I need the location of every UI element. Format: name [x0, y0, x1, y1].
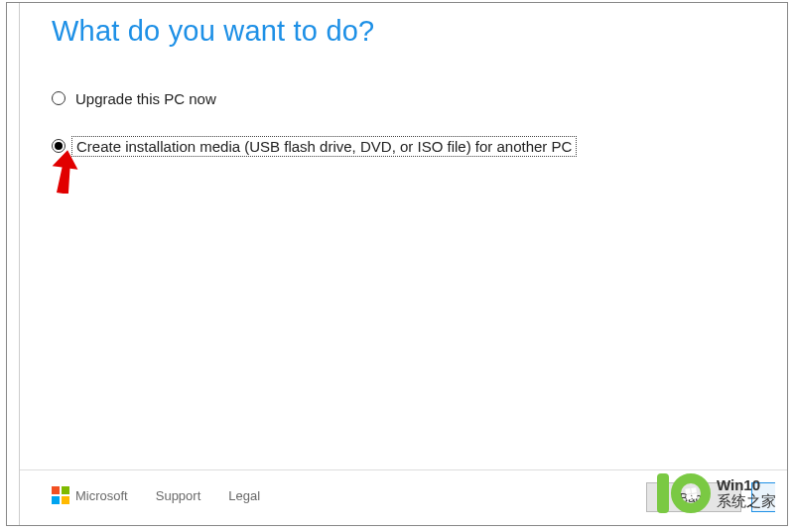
- radio-dot-icon: [55, 142, 63, 150]
- page-title: What do you want to do?: [52, 15, 374, 48]
- microsoft-logo: Microsoft: [52, 486, 128, 504]
- radio-icon: [52, 91, 66, 105]
- legal-link[interactable]: Legal: [228, 488, 260, 503]
- footer-right: Back: [646, 482, 775, 512]
- radio-icon-selected: [52, 139, 66, 153]
- footer-left: Microsoft Support Legal: [52, 486, 260, 504]
- microsoft-brand-text: Microsoft: [75, 488, 128, 503]
- back-button[interactable]: Back: [646, 482, 741, 512]
- support-link[interactable]: Support: [156, 488, 201, 503]
- option-create-media[interactable]: Create installation media (USB flash dri…: [52, 132, 577, 160]
- options-group: Upgrade this PC now Create installation …: [52, 84, 577, 180]
- option-upgrade-label: Upgrade this PC now: [75, 90, 216, 107]
- outer-frame: What do you want to do? Upgrade this PC …: [6, 2, 788, 526]
- next-button-partial[interactable]: [751, 482, 775, 512]
- setup-dialog: What do you want to do? Upgrade this PC …: [19, 3, 787, 525]
- microsoft-logo-icon: [52, 486, 69, 504]
- dialog-footer: Microsoft Support Legal Back: [20, 469, 787, 525]
- option-create-media-label: Create installation media (USB flash dri…: [71, 136, 577, 157]
- option-upgrade-now[interactable]: Upgrade this PC now: [52, 84, 577, 112]
